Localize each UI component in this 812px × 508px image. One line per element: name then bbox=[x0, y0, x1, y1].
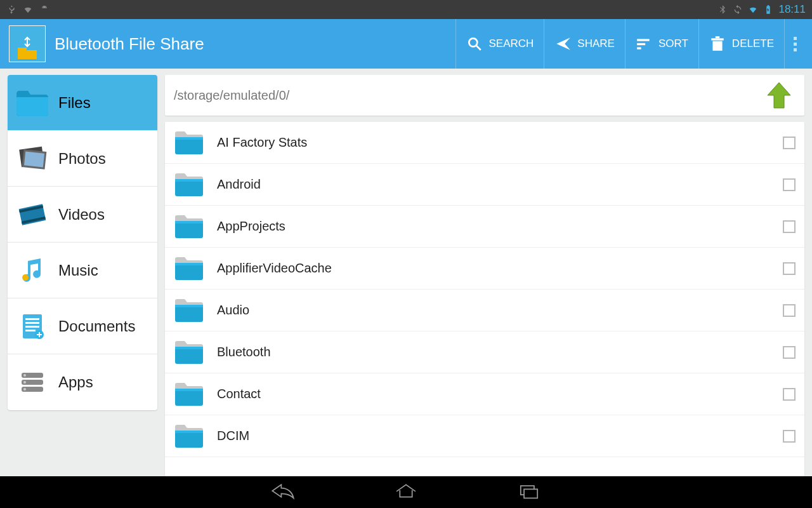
battery-icon bbox=[763, 4, 773, 15]
sidebar-item-label: Photos bbox=[58, 150, 106, 168]
sidebar-item-label: Videos bbox=[58, 206, 105, 224]
usb-icon bbox=[6, 4, 16, 15]
system-nav-bar bbox=[0, 476, 812, 508]
svg-rect-8 bbox=[711, 38, 724, 40]
svg-rect-12 bbox=[24, 151, 44, 167]
svg-rect-20 bbox=[25, 326, 39, 328]
svg-rect-21 bbox=[25, 330, 36, 331]
app-title: Bluetooth File Share bbox=[55, 34, 455, 54]
file-name: DCIM bbox=[217, 429, 783, 443]
recent-button[interactable] bbox=[515, 481, 543, 503]
music-icon bbox=[15, 253, 49, 288]
file-row[interactable]: ApplifierVideoCache bbox=[165, 248, 804, 290]
recent-icon bbox=[515, 481, 543, 500]
path-bar: /storage/emulated/0/ bbox=[165, 75, 804, 116]
folder-icon bbox=[174, 423, 204, 450]
sidebar-item-documents[interactable]: Documents bbox=[8, 298, 157, 354]
delete-label: DELETE bbox=[732, 37, 774, 50]
file-row[interactable]: Android bbox=[165, 164, 804, 206]
svg-point-16 bbox=[22, 274, 29, 281]
svg-rect-5 bbox=[637, 43, 645, 45]
file-checkbox[interactable] bbox=[783, 262, 796, 275]
file-name: Contact bbox=[217, 387, 783, 401]
app-bar: Bluetooth File Share SEARCH SHARE SORT D… bbox=[0, 19, 812, 69]
videos-icon bbox=[15, 197, 49, 232]
file-name: ApplifierVideoCache bbox=[217, 261, 783, 276]
svg-point-26 bbox=[23, 374, 26, 377]
sidebar-item-apps[interactable]: Apps bbox=[8, 354, 157, 410]
file-name: AppProjects bbox=[217, 219, 783, 234]
sidebar-item-videos[interactable]: Videos bbox=[8, 187, 157, 243]
share-label: SHARE bbox=[577, 37, 615, 50]
svg-point-28 bbox=[23, 388, 26, 391]
file-name: AI Factory Stats bbox=[217, 135, 783, 150]
svg-rect-19 bbox=[25, 322, 39, 324]
up-button[interactable] bbox=[763, 79, 796, 112]
file-name: Audio bbox=[217, 303, 783, 318]
file-checkbox[interactable] bbox=[783, 388, 796, 401]
documents-icon bbox=[15, 309, 49, 344]
sidebar-item-label: Files bbox=[58, 94, 91, 112]
photos-icon bbox=[15, 142, 49, 176]
svg-line-3 bbox=[476, 46, 481, 50]
svg-rect-7 bbox=[712, 41, 722, 51]
home-button[interactable] bbox=[392, 481, 420, 503]
svg-rect-0 bbox=[18, 50, 37, 59]
trash-icon bbox=[709, 36, 726, 52]
file-checkbox[interactable] bbox=[783, 346, 796, 359]
home-icon bbox=[392, 481, 420, 500]
folder-icon bbox=[174, 381, 204, 408]
app-icon bbox=[9, 25, 46, 62]
search-icon bbox=[466, 36, 483, 52]
file-row[interactable]: DCIM bbox=[165, 415, 804, 457]
search-button[interactable]: SEARCH bbox=[455, 19, 544, 69]
file-name: Android bbox=[217, 177, 783, 192]
sidebar-item-music[interactable]: Music bbox=[8, 243, 157, 298]
overflow-menu-button[interactable] bbox=[784, 19, 806, 69]
status-time: 18:11 bbox=[778, 3, 806, 16]
file-checkbox[interactable] bbox=[783, 304, 796, 317]
folder-icon bbox=[174, 171, 204, 198]
svg-point-27 bbox=[23, 381, 26, 384]
share-button[interactable]: SHARE bbox=[544, 19, 625, 69]
svg-rect-30 bbox=[524, 489, 537, 498]
up-arrow-icon bbox=[763, 79, 796, 112]
apps-icon bbox=[15, 365, 49, 399]
sidebar-item-label: Documents bbox=[58, 318, 135, 335]
files-icon bbox=[15, 86, 49, 120]
back-button[interactable] bbox=[269, 481, 297, 503]
svg-rect-6 bbox=[637, 47, 641, 49]
svg-rect-9 bbox=[716, 36, 720, 38]
wifi-icon bbox=[23, 4, 33, 15]
delete-button[interactable]: DELETE bbox=[698, 19, 784, 69]
rotate-icon bbox=[733, 4, 743, 15]
back-icon bbox=[269, 481, 297, 500]
android-icon bbox=[39, 4, 49, 15]
svg-rect-18 bbox=[25, 318, 39, 320]
file-row[interactable]: Contact bbox=[165, 373, 804, 415]
file-checkbox[interactable] bbox=[783, 430, 796, 443]
sort-button[interactable]: SORT bbox=[625, 19, 698, 69]
svg-point-2 bbox=[469, 38, 477, 46]
file-name: Bluetooth bbox=[217, 345, 783, 359]
file-checkbox[interactable] bbox=[783, 220, 796, 233]
folder-icon bbox=[174, 339, 204, 366]
file-row[interactable]: Audio bbox=[165, 290, 804, 331]
file-row[interactable]: AppProjects bbox=[165, 206, 804, 248]
sort-label: SORT bbox=[658, 37, 688, 50]
file-checkbox[interactable] bbox=[783, 137, 796, 149]
sidebar-item-photos[interactable]: Photos bbox=[8, 131, 157, 187]
folder-icon bbox=[174, 213, 204, 240]
file-checkbox[interactable] bbox=[783, 178, 796, 191]
sidebar-item-files[interactable]: Files bbox=[8, 75, 157, 131]
status-bar: 18:11 bbox=[0, 0, 812, 19]
sidebar-item-label: Music bbox=[58, 262, 98, 279]
sort-icon bbox=[636, 36, 652, 52]
svg-rect-1 bbox=[18, 48, 27, 51]
file-row[interactable]: Bluetooth bbox=[165, 331, 804, 373]
folder-icon bbox=[174, 255, 204, 282]
bluetooth-icon bbox=[717, 4, 728, 15]
sidebar: Files Photos Videos Music Documents bbox=[8, 75, 157, 410]
file-row[interactable]: AI Factory Stats bbox=[165, 122, 804, 164]
file-list[interactable]: AI Factory StatsAndroidAppProjectsApplif… bbox=[165, 122, 804, 476]
